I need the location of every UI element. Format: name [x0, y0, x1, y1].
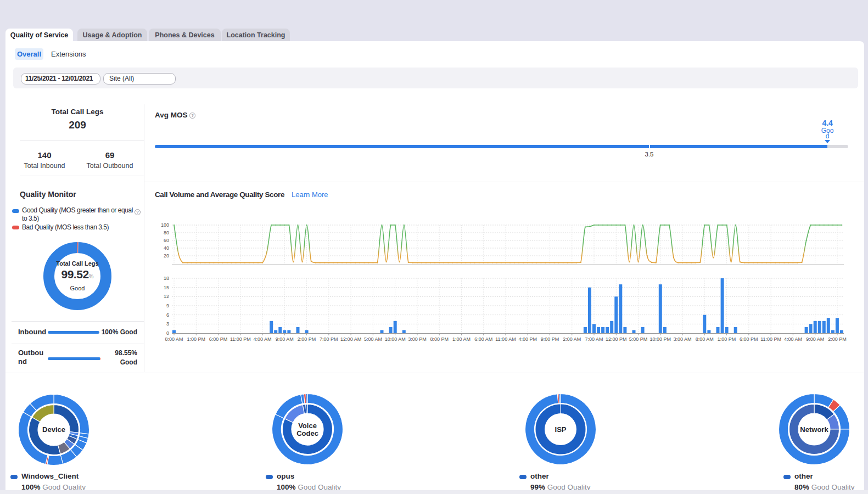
- divider: [5, 373, 864, 373]
- mos-slider-fill: [155, 145, 827, 148]
- mos-value: 4.4: [815, 119, 839, 127]
- main-panel: Overall Extensions 11/25/2021 - 12/01/20…: [5, 41, 864, 490]
- good-quality-legend-label: Good Quality (MOS greater than or equal …: [22, 206, 135, 223]
- call-volume-title: Call Volume and Average Quality Score: [155, 190, 284, 199]
- divider: [12, 321, 144, 322]
- mos-threshold-notch: [649, 145, 650, 148]
- inbound-label: Total Inbound: [14, 162, 75, 170]
- svg-text:11:00 AM: 11:00 AM: [495, 336, 516, 342]
- svg-text:5:00 PM: 5:00 PM: [629, 336, 648, 342]
- svg-text:9:00 AM: 9:00 AM: [806, 336, 824, 342]
- total-call-legs-title: Total Call Legs: [8, 108, 147, 116]
- voice-codec-legend: opus 100% Good Quality: [266, 471, 341, 491]
- info-icon[interactable]: ?: [135, 209, 141, 215]
- qm-donut-percent: 99.52: [61, 268, 89, 280]
- mos-value-marker: 4.4 Good: [815, 119, 839, 143]
- outbound-count: 69: [77, 150, 143, 160]
- svg-text:1:00 PM: 1:00 PM: [187, 336, 206, 342]
- svg-text:2:00 PM: 2:00 PM: [828, 336, 847, 342]
- info-icon[interactable]: ?: [189, 113, 195, 119]
- svg-text:9:00 AM: 9:00 AM: [276, 336, 294, 342]
- voice-codec-legend-name: opus: [277, 472, 294, 480]
- svg-text:3:00 AM: 3:00 AM: [674, 336, 692, 342]
- svg-text:8:00 AM: 8:00 AM: [165, 336, 183, 342]
- svg-text:11:00 PM: 11:00 PM: [760, 336, 781, 342]
- svg-text:7:00 PM: 7:00 PM: [320, 336, 338, 342]
- outbound-label: Total Outbound: [77, 162, 143, 170]
- svg-text:5:00 AM: 5:00 AM: [364, 336, 382, 342]
- outbound-quality-bar: [48, 357, 100, 360]
- qm-donut-center-status: Good: [50, 285, 105, 291]
- site-filter-input[interactable]: Site (All): [103, 73, 176, 85]
- network-legend: other 80% Good Quality: [783, 471, 855, 491]
- isp-legend: other 99% Good Quality: [519, 471, 591, 491]
- total-call-legs-value: 209: [8, 119, 147, 131]
- svg-text:6: 6: [166, 312, 169, 318]
- tab-usage-adoption[interactable]: Usage & Adoption: [77, 29, 147, 41]
- good-quality-legend-pill: [12, 209, 19, 213]
- svg-text:18: 18: [164, 276, 169, 281]
- date-range-input[interactable]: 11/25/2021 - 12/01/2021: [21, 73, 100, 85]
- tab-location-tracking[interactable]: Location Tracking: [222, 29, 290, 41]
- outbound-stat: 69 Total Outbound: [77, 150, 143, 170]
- device-donut-label: Device: [37, 426, 70, 434]
- svg-text:9:00 PM: 9:00 PM: [541, 336, 559, 342]
- subtab-extensions[interactable]: Extensions: [51, 50, 86, 58]
- svg-text:40: 40: [164, 245, 169, 251]
- mos-slider-track[interactable]: [155, 145, 848, 148]
- svg-text:8:00 AM: 8:00 AM: [696, 336, 714, 342]
- voice-codec-donut-label: Voice Codec: [291, 422, 324, 437]
- svg-text:0: 0: [166, 330, 169, 336]
- svg-text:3: 3: [166, 321, 169, 327]
- inbound-quality-value: 100% Good: [91, 328, 137, 337]
- avg-mos-title: Avg MOS ?: [155, 111, 195, 119]
- svg-text:11:00 PM: 11:00 PM: [230, 336, 251, 342]
- outbound-quality-value: 98.55% Good: [104, 349, 137, 367]
- device-legend-name: Windows_Client: [21, 472, 79, 480]
- svg-text:3:00 PM: 3:00 PM: [408, 336, 427, 342]
- inbound-row-label: Inbound: [18, 328, 47, 336]
- isp-legend-pill: [519, 475, 527, 479]
- call-volume-charts[interactable]: 2040608010003691215188:00 AM1:00 PM6:00 …: [154, 216, 862, 347]
- svg-text:6:00 PM: 6:00 PM: [740, 336, 758, 342]
- svg-text:12:00 AM: 12:00 AM: [340, 336, 361, 342]
- inbound-stat: 140 Total Inbound: [14, 150, 75, 170]
- divider: [144, 104, 144, 372]
- svg-text:4:00 AM: 4:00 AM: [784, 336, 802, 342]
- svg-text:4:00 PM: 4:00 PM: [518, 336, 537, 342]
- inbound-count: 140: [14, 150, 75, 160]
- filter-bar: 11/25/2021 - 12/01/2021 Site (All): [13, 68, 858, 88]
- divider: [20, 176, 144, 176]
- svg-text:2:00 AM: 2:00 AM: [563, 336, 581, 342]
- svg-text:1:00 PM: 1:00 PM: [718, 336, 736, 342]
- bad-quality-legend-label: Bad Quality (MOS less than 3.5): [22, 223, 143, 232]
- voice-codec-legend-pill: [266, 475, 273, 479]
- qm-donut-center-value: 99.52%: [50, 268, 105, 281]
- svg-text:2:00 PM: 2:00 PM: [298, 336, 316, 342]
- network-legend-name: other: [794, 472, 813, 480]
- divider: [20, 140, 144, 141]
- subtab-overall[interactable]: Overall: [15, 48, 43, 60]
- device-legend-pill: [10, 475, 18, 479]
- mos-threshold-label: 3.5: [639, 151, 660, 158]
- svg-text:4:00 AM: 4:00 AM: [254, 336, 272, 342]
- learn-more-link[interactable]: Learn More: [292, 190, 328, 199]
- tab-quality-of-service[interactable]: Quality of Service: [5, 29, 73, 41]
- svg-text:15: 15: [164, 285, 169, 290]
- bottom-strip: [0, 490, 868, 494]
- network-legend-pill: [783, 475, 791, 479]
- svg-text:60: 60: [164, 238, 169, 243]
- svg-text:12:00 PM: 12:00 PM: [606, 336, 627, 342]
- bad-quality-legend-pill: [12, 226, 19, 229]
- outbound-row-label: Outbound: [18, 349, 47, 366]
- mos-value-status: Good: [820, 128, 835, 139]
- tab-phones-devices[interactable]: Phones & Devices: [149, 29, 221, 41]
- avg-mos-title-text: Avg MOS: [155, 111, 188, 119]
- isp-legend-name: other: [530, 472, 549, 480]
- svg-text:7:00 AM: 7:00 AM: [585, 336, 603, 342]
- svg-text:9: 9: [166, 303, 169, 308]
- network-donut-label: Network: [795, 426, 833, 434]
- quality-monitor-title: Quality Monitor: [20, 190, 76, 199]
- mos-marker-arrow-icon: [825, 140, 830, 143]
- svg-text:20: 20: [164, 253, 169, 259]
